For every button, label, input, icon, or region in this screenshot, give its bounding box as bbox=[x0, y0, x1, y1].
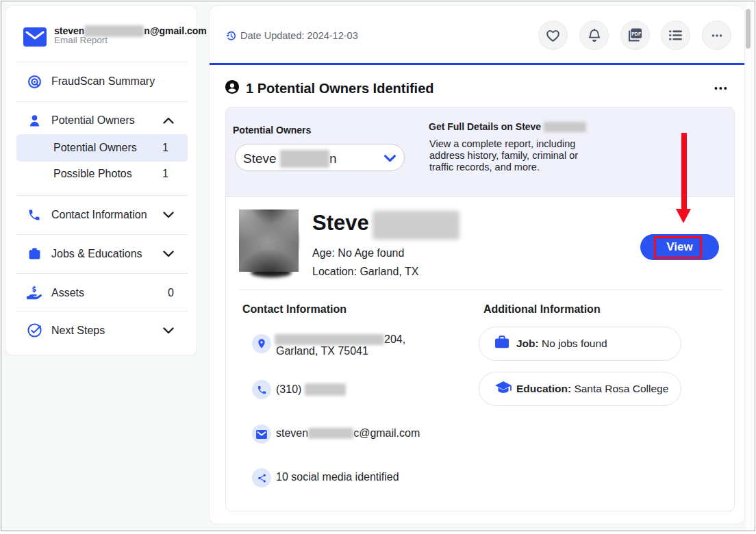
svg-text:PDF: PDF bbox=[631, 31, 641, 36]
